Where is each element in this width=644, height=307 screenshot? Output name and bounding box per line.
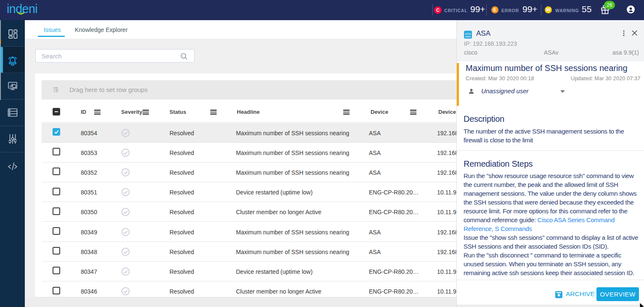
svg-text:cisco: cisco: [465, 35, 471, 38]
